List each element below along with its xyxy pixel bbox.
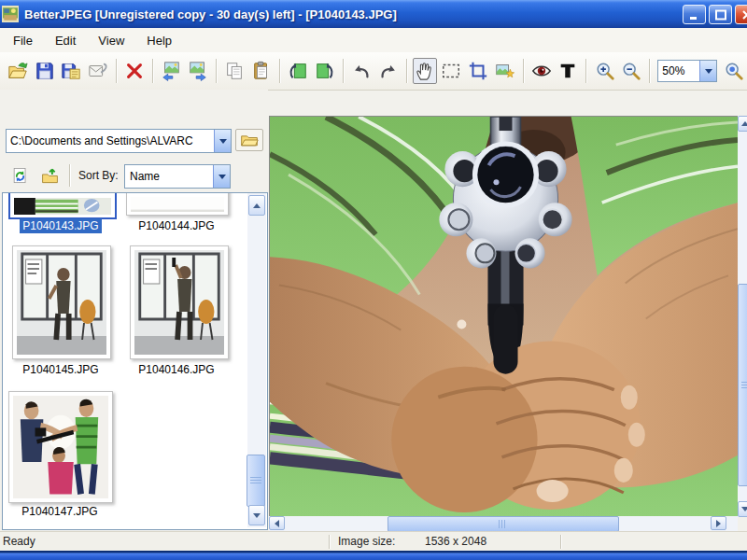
undo-button[interactable] [349, 58, 374, 84]
file-name[interactable]: P1040147.JPG [19, 504, 100, 519]
refresh-button[interactable] [7, 164, 32, 187]
status-divider [560, 535, 561, 549]
hand-icon [415, 61, 435, 81]
file-name[interactable]: P1040145.JPG [20, 362, 101, 377]
select-tool-button[interactable] [439, 58, 463, 84]
zoom-level-combobox[interactable]: 50% [657, 60, 717, 82]
app-icon [2, 6, 19, 22]
resize-tool-button[interactable] [492, 58, 516, 84]
sort-dropdown-button[interactable] [213, 165, 230, 188]
rotate-left-button[interactable] [286, 58, 310, 84]
file-label: P1040143.JPG [7, 219, 115, 232]
zoom-dropdown-button[interactable] [699, 61, 716, 81]
thumbnail-P1040146[interactable] [130, 245, 229, 359]
toolbar-separator [216, 59, 217, 83]
open-button[interactable] [6, 58, 30, 84]
save-as-button[interactable] [59, 58, 83, 84]
paste-button[interactable] [249, 58, 274, 84]
thumbnail-P1040143[interactable] [8, 192, 117, 219]
zoom-out-icon [621, 61, 641, 81]
path-dropdown-button[interactable] [214, 130, 231, 152]
menu-help[interactable]: Help [137, 31, 181, 50]
save-as-icon [61, 61, 81, 81]
viewer-scroll-left-button[interactable] [269, 516, 285, 530]
minimize-button[interactable] [683, 5, 706, 24]
viewer-scroll-down-button[interactable] [738, 501, 747, 517]
previous-image-button[interactable] [159, 58, 183, 84]
thumbnail-P1040144[interactable] [126, 192, 229, 216]
arrow-down-icon [253, 513, 261, 518]
arrow-down-icon [741, 507, 747, 511]
maximize-button[interactable] [709, 5, 732, 24]
zoom-out-button[interactable] [619, 58, 643, 84]
zoom-in-button[interactable] [592, 58, 616, 84]
taskbar-strip [0, 551, 747, 560]
title-bar[interactable]: BetterJPEG [Unregistered copy - 30 day(s… [0, 0, 747, 28]
open-folder-icon [7, 61, 28, 81]
toolbar-separator [406, 59, 407, 83]
file-label: P1040145.JPG [7, 363, 115, 376]
viewer-vscrollbar-thumb[interactable] [738, 284, 747, 486]
previous-image-icon [161, 61, 181, 81]
thumbnail-list: P1040143.JPG P1040144.JPG [2, 192, 268, 530]
toolbar: 50% [0, 52, 747, 91]
close-button[interactable] [735, 5, 747, 24]
hand-tool-button[interactable] [413, 58, 437, 84]
up-folder-button[interactable] [37, 164, 62, 187]
thumbnail-P1040145[interactable] [12, 245, 111, 359]
zoom-fit-button[interactable] [721, 58, 745, 84]
rotate-right-icon [315, 61, 335, 81]
viewer-scroll-up-button[interactable] [738, 116, 747, 132]
zoom-fit-icon [724, 61, 744, 81]
viewer-vertical-scrollbar[interactable] [738, 116, 747, 517]
text-tool-button[interactable] [556, 58, 580, 84]
thumbnail-image [14, 198, 111, 215]
thumbnail-image [17, 250, 106, 355]
sort-by-combobox[interactable]: Name [124, 164, 231, 189]
paste-icon [251, 61, 272, 81]
file-label: P1040144.JPG [124, 219, 229, 232]
arrow-left-icon [275, 520, 279, 527]
save-button[interactable] [32, 58, 56, 84]
redo-button[interactable] [375, 58, 400, 84]
red-eye-tool-button[interactable] [529, 58, 554, 84]
delete-button[interactable] [122, 58, 147, 84]
list-scroll-down-button[interactable] [248, 505, 265, 525]
folder-path-combobox[interactable]: C:\Documents and Settings\ALVARC [6, 129, 232, 153]
toolbar-separator [649, 59, 650, 83]
thumbnail-image [131, 197, 224, 212]
toolbar-separator [152, 59, 153, 83]
resize-image-icon [494, 61, 514, 81]
browse-folder-button[interactable] [235, 129, 263, 151]
email-attach-icon [88, 61, 108, 81]
chevron-down-icon [705, 69, 712, 74]
viewer-scroll-right-button[interactable] [711, 516, 726, 530]
crop-tool-button[interactable] [466, 58, 490, 84]
toolbar-separator [585, 59, 586, 83]
file-name[interactable]: P1040143.JPG [20, 218, 101, 233]
folder-icon [240, 132, 259, 148]
image-viewer[interactable] [269, 116, 739, 517]
next-image-button[interactable] [186, 58, 210, 84]
file-browser-panel: C:\Documents and Settings\ALVARC Sort By… [0, 90, 268, 530]
copy-button[interactable] [222, 58, 247, 84]
menu-view[interactable]: View [89, 31, 134, 50]
list-scrollbar-thumb[interactable] [247, 455, 265, 507]
viewer-horizontal-scrollbar[interactable] [269, 516, 738, 531]
rotate-right-button[interactable] [312, 58, 336, 84]
sort-by-label: Sort By: [78, 169, 119, 182]
file-name[interactable]: P1040146.JPG [135, 362, 217, 377]
crop-icon [468, 61, 488, 81]
toolbar-separator [116, 59, 117, 83]
viewer-hscrollbar-thumb[interactable] [388, 516, 619, 532]
email-button[interactable] [85, 58, 109, 84]
file-name[interactable]: P1040144.JPG [135, 218, 217, 233]
image-size-label: Image size: [338, 535, 395, 548]
menu-file[interactable]: File [4, 31, 42, 50]
arrow-up-icon [253, 203, 261, 208]
zoom-level-value: 50% [658, 64, 699, 77]
thumbnail-P1040147[interactable] [8, 391, 113, 503]
photo-P1040143 [270, 117, 738, 516]
menu-edit[interactable]: Edit [46, 31, 85, 50]
list-scroll-up-button[interactable] [248, 195, 265, 216]
